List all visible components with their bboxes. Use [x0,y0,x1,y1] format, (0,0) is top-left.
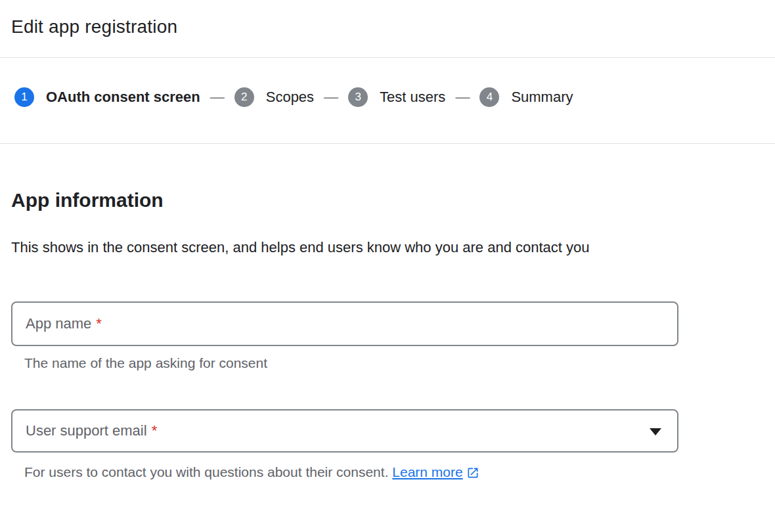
app-name-input[interactable]: App name * [11,301,678,346]
wizard-stepper: 1 OAuth consent screen — 2 Scopes — 3 Te… [0,58,775,143]
section-heading: App information [11,188,762,212]
step-separator: — [324,89,338,106]
step-separator: — [455,89,470,106]
step-4-circle: 4 [479,87,499,107]
user-support-email-field-group: User support email * For users to contac… [11,409,678,481]
app-information-section: App information This shows in the consen… [0,144,775,481]
page-title: Edit app registration [11,16,762,38]
open-in-new-icon[interactable] [466,466,479,479]
step-4-label: Summary [511,89,573,106]
learn-more-link[interactable]: Learn more [392,464,479,479]
dropdown-arrow-icon [650,428,661,435]
app-name-field-group: App name * The name of the app asking fo… [11,301,678,372]
step-3-label: Test users [380,89,445,106]
step-2-circle: 2 [234,87,254,107]
step-1-label: OAuth consent screen [46,89,200,106]
edit-app-registration-page: Edit app registration 1 OAuth consent sc… [0,0,775,532]
user-support-email-helper: For users to contact you with questions … [24,464,678,481]
page-header: Edit app registration [0,0,775,38]
section-description: This shows in the consent screen, and he… [11,236,615,259]
user-support-email-select[interactable]: User support email * [11,409,678,453]
app-name-required-asterisk: * [96,315,102,332]
step-2-label: Scopes [266,89,314,106]
app-name-helper-text: The name of the app asking for consent [24,355,678,372]
step-separator: — [210,89,225,106]
step-1-circle: 1 [14,87,34,107]
step-summary[interactable]: 4 Summary [479,87,573,107]
user-support-email-label: User support email [26,422,147,439]
app-name-label: App name [26,315,91,332]
learn-more-label: Learn more [392,464,462,479]
user-support-email-helper-text: For users to contact you with questions … [24,464,388,479]
step-3-circle: 3 [348,87,368,107]
step-scopes[interactable]: 2 Scopes [234,87,314,107]
user-support-email-required-asterisk: * [152,422,158,439]
step-test-users[interactable]: 3 Test users [348,87,445,107]
step-oauth-consent-screen[interactable]: 1 OAuth consent screen [14,87,200,107]
